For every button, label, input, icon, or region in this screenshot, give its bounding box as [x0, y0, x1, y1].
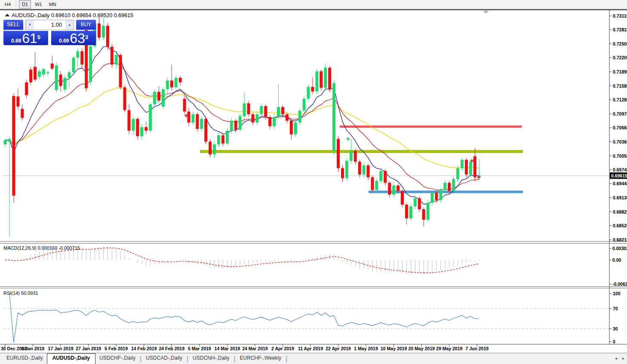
trendline-resistance-olive[interactable]	[200, 150, 523, 153]
buy-price-button[interactable]: 0.69 63 3	[51, 31, 96, 45]
candle-body	[200, 119, 203, 129]
volume-increase-button[interactable]: ▲	[65, 20, 74, 30]
sell-price-button[interactable]: 0.69 61 5	[3, 31, 48, 45]
candle-body	[175, 78, 178, 87]
candle-body	[127, 110, 130, 131]
candle-body	[307, 87, 310, 99]
candle-body	[461, 160, 464, 168]
candle-body	[277, 107, 280, 117]
candle-body	[38, 71, 41, 77]
candle-body	[247, 103, 250, 114]
tab-scroll-left-button[interactable]: ◂	[615, 355, 617, 361]
candle-body	[12, 96, 15, 196]
candle-body	[72, 58, 75, 72]
timeframe-toolbar: H4D1W1MN	[0, 0, 627, 10]
chart-tab-audusd[interactable]: AUDUSD-,Daily	[47, 353, 95, 364]
candle-body	[303, 99, 306, 111]
macd-label: MACD(12,26,9) 0.000160 -0.000715	[3, 245, 80, 251]
panel-splitter[interactable]	[0, 287, 627, 288]
candle-body	[80, 51, 83, 64]
candle-body	[448, 183, 451, 191]
candle-body	[401, 191, 404, 205]
candle-body	[21, 109, 24, 118]
buy-price-main: 63	[70, 32, 85, 44]
timeframe-button-h4[interactable]: H4	[2, 0, 14, 9]
price-axis-label: 0.71280	[613, 97, 627, 102]
candle-body	[388, 183, 391, 195]
time-axis-label: 24 Feb 2019	[159, 346, 184, 351]
price-axis-label: 0.69130	[613, 195, 627, 200]
candle-body	[298, 110, 301, 122]
rsi-axis-label: 0	[613, 339, 615, 344]
candle-body	[204, 119, 207, 142]
time-axis-label: 20 May 2019	[409, 346, 435, 351]
candle-body	[384, 171, 387, 183]
sell-price-main: 61	[22, 32, 37, 44]
candle-body	[115, 55, 118, 64]
price-axis-label: 0.70970	[613, 111, 627, 116]
volume-decrease-button[interactable]: ▼	[26, 20, 34, 30]
candle-body	[64, 78, 67, 90]
chart-canvas[interactable]: AUDUSD-,Daily 0.69610 0.69654 0.69520 0.…	[0, 0, 627, 364]
candle-body	[358, 162, 361, 174]
candle-body	[25, 83, 28, 95]
candle-body	[153, 92, 156, 104]
price-axis-label: 0.73115	[613, 13, 627, 18]
time-axis-label: 5 Feb 2019	[104, 346, 128, 351]
timeframe-button-mn[interactable]: MN	[46, 0, 59, 9]
macd-axis-label: 0.00	[612, 257, 621, 263]
candle-body	[8, 139, 11, 141]
chart-tab-eurchf[interactable]: EURCHF-,Weekly	[236, 353, 285, 364]
candle-body	[59, 74, 62, 86]
candle-body	[255, 114, 258, 122]
chart-tab-usdcnh[interactable]: USDCNH-,Daily	[189, 353, 233, 364]
sell-button[interactable]: SELL	[3, 20, 23, 30]
candle-body	[379, 171, 382, 181]
candle-body	[418, 198, 421, 209]
price-axis-label: 0.70360	[613, 139, 627, 144]
rsi-axis-label: 100	[613, 291, 621, 296]
trendline-resistance-red[interactable]	[340, 125, 522, 128]
timeframe-button-d1[interactable]: D1	[19, 0, 31, 9]
volume-group: ▼ 1.00 ▲	[25, 20, 74, 30]
candle-body	[409, 206, 412, 218]
price-axis-label: 0.68520	[613, 223, 627, 228]
candle-body	[414, 198, 417, 206]
time-axis-label: 27 Jan 2019	[76, 346, 101, 351]
trendline-support-blue[interactable]	[369, 190, 523, 193]
candle-body	[273, 117, 276, 126]
price-axis-label: 0.71890	[613, 69, 627, 74]
candle-body	[290, 121, 293, 135]
candle-body	[239, 116, 242, 130]
timeframe-button-w1[interactable]: W1	[32, 0, 45, 9]
candle-body	[34, 67, 37, 80]
candle-body	[166, 80, 169, 89]
chart-tab-usdcad[interactable]: USDCAD-,Daily	[142, 353, 186, 364]
time-axis-label: 17 Jan 2019	[48, 346, 74, 351]
tab-scroll-right-button[interactable]: ▸	[622, 355, 624, 361]
candle-body	[371, 177, 374, 190]
candle-body	[469, 162, 472, 174]
time-axis-label: 1 May 2019	[354, 346, 378, 351]
candle-body	[341, 168, 344, 178]
candle-body	[392, 186, 395, 195]
candle-body	[243, 103, 246, 116]
candle-body	[144, 127, 148, 131]
candle-body	[179, 78, 182, 83]
candle-body	[345, 161, 348, 178]
candle-body	[350, 151, 353, 161]
candle-body	[4, 140, 7, 144]
chart-tab-bar: EURUSD-,DailyAUDUSD-,DailyUSDCHF-,Daily|…	[0, 353, 627, 364]
price-axis-label: 0.72810	[613, 27, 627, 32]
candle-body	[443, 183, 446, 190]
candle-body	[354, 151, 357, 162]
chart-tab-eurusd[interactable]: EURUSD-,Daily	[3, 353, 47, 364]
chart-tab-usdchf[interactable]: USDCHF-,Daily	[95, 353, 139, 364]
volume-input[interactable]: 1.00	[34, 20, 65, 30]
panel-splitter[interactable]	[0, 242, 627, 244]
candle-body	[230, 121, 233, 131]
candle-body	[162, 89, 165, 106]
candle-body	[16, 96, 19, 106]
candle-body	[196, 114, 199, 129]
buy-button[interactable]: BUY	[76, 20, 96, 30]
